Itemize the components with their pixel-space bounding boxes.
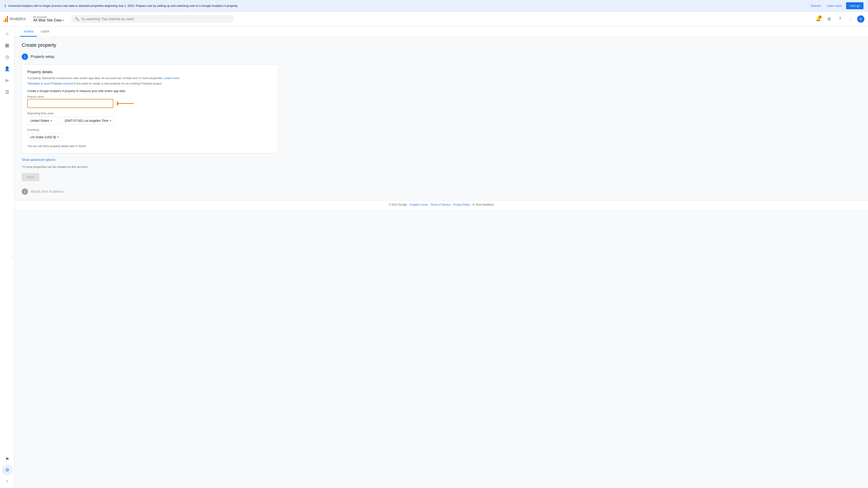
logo-area[interactable]: Analytics [4, 16, 26, 22]
analytics-home-link[interactable]: Analytics home [410, 203, 428, 206]
search-input-wrap: 🔍 [71, 15, 234, 23]
sidebar-bottom: ⚑ ⚙ › [2, 454, 13, 486]
header-actions: 🔔 3 ⊞ ? ⋮ G [814, 14, 864, 24]
edit-note: You can edit these property details late… [27, 144, 273, 148]
tab-admin[interactable]: ADMIN [20, 26, 37, 37]
feedback-label: Send feedback [475, 203, 494, 206]
sidebar: ⌂ ▦ ◷ 👤 ⊳ ☰ ⚑ ⚙ › ‹ [0, 26, 14, 488]
timezone-value: (GMT-07:00) Los Angeles Time [65, 119, 108, 123]
timezone-dropdown[interactable]: (GMT-07:00) Los Angeles Time ▾ [62, 117, 114, 125]
search-bar: 🔍 [71, 15, 234, 23]
learn-more-link[interactable]: Learn more [825, 3, 844, 8]
step2-number: 2 [22, 188, 28, 195]
card-desc: A property represents a business's web a… [27, 76, 273, 80]
sidebar-item-home[interactable]: ⌂ [2, 28, 13, 39]
property-details-card: Property details A property represents a… [22, 64, 278, 153]
sidebar-item-flags[interactable]: ⚑ [2, 454, 13, 464]
properties-note: 72 more properties can be created on thi… [22, 165, 278, 168]
sidebar-item-user[interactable]: 👤 [2, 63, 13, 74]
flags-icon: ⚑ [5, 456, 9, 462]
footer: © 2022 Google | Analytics home | Terms o… [14, 200, 868, 209]
property-name-group: Property name [27, 95, 273, 108]
step1-number: 1 [22, 54, 28, 60]
card-title: Property details [27, 70, 273, 74]
breadcrumb-property[interactable]: All Web Site Data ▾ [33, 18, 64, 22]
arrow-svg [117, 100, 135, 107]
analytics-logo [4, 16, 8, 22]
country-value: United States [30, 119, 49, 123]
reports-icon: ▦ [5, 42, 9, 48]
header: Analytics All accounts All Web Site Data… [0, 12, 868, 26]
apps-button[interactable]: ⊞ [825, 14, 834, 24]
reporting-tz-label: Reporting time zone [27, 111, 273, 115]
admin-gear-icon: ⚙ [5, 467, 9, 473]
update-banner: ℹ Universal Analytics will no longer pro… [0, 0, 868, 12]
sidebar-item-reports[interactable]: ▦ [2, 40, 13, 51]
firebase-suffix: if you want to create a new property for… [74, 82, 162, 85]
step2-title: About your business [31, 190, 64, 194]
terms-of-service-link[interactable]: Terms of Service [430, 203, 451, 206]
funnels-icon: ⊳ [5, 78, 9, 83]
send-feedback-button[interactable]: ✉ Send feedback [472, 203, 494, 206]
tab-user[interactable]: USER [37, 26, 53, 37]
step1-title: Property setup [31, 55, 54, 59]
currency-value: US Dollar (USD $) [30, 135, 56, 139]
notification-badge: 3 [818, 15, 822, 19]
search-icon: 🔍 [74, 17, 79, 21]
logo-title: Analytics [10, 17, 26, 21]
sidebar-item-admin[interactable]: ⚙ [2, 464, 13, 475]
currency-group: Currency US Dollar (USD $) ▾ [27, 128, 273, 141]
breadcrumb-property-name: All Web Site Data [33, 18, 61, 22]
sidebar-item-funnels[interactable]: ⊳ [2, 75, 13, 86]
country-dropdown[interactable]: United States ▾ [27, 117, 59, 125]
currency-chevron-icon: ▾ [57, 135, 59, 139]
timezone-chevron-icon: ▾ [110, 119, 111, 122]
reporting-tz-group: Reporting time zone United States ▾ (GMT… [27, 111, 273, 125]
step1-header: 1 Property setup [22, 54, 278, 60]
ga4-label: Create a Google Analytics 4 property to … [27, 89, 273, 93]
country-chevron-icon: ▾ [51, 119, 52, 122]
more-options-button[interactable]: ⋮ [846, 14, 855, 24]
content-area: ADMIN USER Create property 1 Property se… [14, 26, 868, 488]
sidebar-item-segments[interactable]: ☰ [2, 87, 13, 98]
collapse-icon: ‹ [14, 256, 15, 259]
collapse-sidebar-button[interactable]: ‹ [11, 254, 17, 260]
sidebar-item-realtime[interactable]: ◷ [2, 52, 13, 62]
banner-text: Universal Analytics will no longer proce… [8, 4, 807, 7]
page-title: Create property [22, 42, 278, 48]
timezone-select-row: United States ▾ (GMT-07:00) Los Angeles … [27, 117, 273, 125]
help-button[interactable]: ? [835, 14, 844, 24]
feedback-icon: ✉ [472, 203, 475, 206]
avatar[interactable]: G [857, 15, 864, 23]
search-input[interactable] [81, 17, 230, 21]
sidebar-item-expand[interactable]: › [2, 475, 13, 486]
dismiss-button[interactable]: Dismiss [809, 3, 823, 8]
tabs-bar: ADMIN USER [14, 26, 868, 37]
home-icon: ⌂ [6, 31, 8, 36]
property-name-label: Property name [27, 95, 273, 98]
main-layout: ⌂ ▦ ◷ 👤 ⊳ ☰ ⚑ ⚙ › ‹ [0, 26, 868, 488]
show-advanced-options-link[interactable]: Show advanced options [22, 158, 55, 162]
breadcrumb-all-accounts[interactable]: All accounts [33, 15, 64, 18]
currency-label: Currency [27, 128, 273, 131]
step2-header: 2 About your business [22, 188, 278, 195]
property-name-input[interactable] [27, 99, 113, 108]
card-desc-text: A property represents a business's web a… [27, 76, 163, 80]
notifications-button[interactable]: 🔔 3 [814, 14, 823, 24]
next-button[interactable]: Next [22, 173, 39, 181]
lets-go-button[interactable]: Let's go [846, 2, 864, 9]
page-content: Create property 1 Property setup Propert… [14, 37, 286, 200]
input-with-arrow [27, 99, 273, 108]
user-icon: 👤 [4, 66, 10, 71]
currency-dropdown[interactable]: US Dollar (USD $) ▾ [27, 133, 62, 141]
privacy-policy-link[interactable]: Privacy Policy [453, 203, 470, 206]
breadcrumb: All accounts All Web Site Data ▾ [33, 15, 64, 22]
realtime-icon: ◷ [5, 54, 9, 60]
firebase-desc: *Navigate to your Firebase account if yo… [27, 81, 273, 86]
breadcrumb-chevron-icon: ▾ [62, 19, 64, 22]
footer-copyright: © 2022 Google [389, 203, 407, 206]
learn-more-link[interactable]: Learn more [164, 76, 179, 80]
orange-arrow-indicator [117, 100, 135, 107]
info-icon: ℹ [4, 4, 6, 8]
firebase-link[interactable]: *Navigate to your Firebase account [27, 82, 73, 85]
